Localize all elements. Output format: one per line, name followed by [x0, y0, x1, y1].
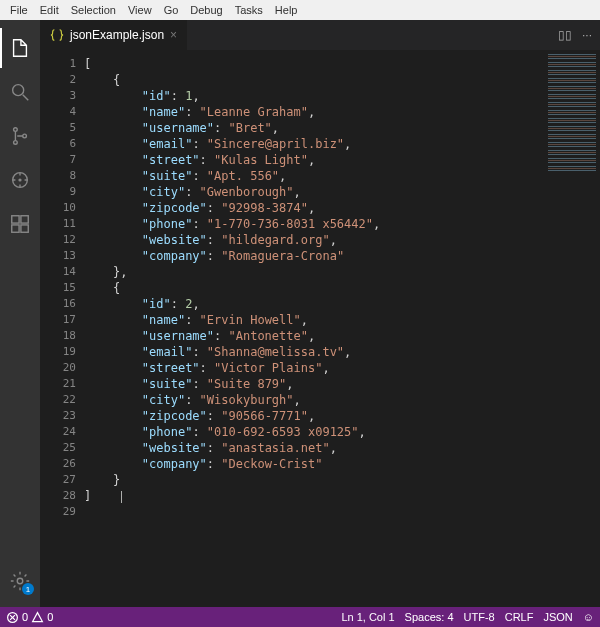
svg-rect-7	[21, 216, 28, 223]
svg-rect-9	[21, 225, 28, 232]
svg-rect-6	[12, 216, 19, 223]
code-content[interactable]: [ { "id": 1, "name": "Leanne Graham", "u…	[84, 50, 544, 607]
editor-area: jsonExample.json × ▯▯ ··· 12345678910111…	[40, 20, 600, 607]
menu-edit[interactable]: Edit	[34, 4, 65, 16]
tab-jsonexample[interactable]: jsonExample.json ×	[40, 20, 187, 50]
tab-actions: ▯▯ ···	[550, 20, 600, 50]
svg-point-3	[23, 134, 27, 138]
debug-icon[interactable]	[0, 160, 40, 200]
svg-point-10	[17, 578, 23, 584]
source-control-icon[interactable]	[0, 116, 40, 156]
status-language[interactable]: JSON	[543, 611, 572, 623]
line-number-gutter: 1234567891011121314151617181920212223242…	[40, 50, 84, 607]
svg-point-1	[14, 128, 18, 132]
menu-view[interactable]: View	[122, 4, 158, 16]
menu-help[interactable]: Help	[269, 4, 304, 16]
minimap-thumb	[548, 54, 596, 174]
search-icon[interactable]	[0, 72, 40, 112]
main-area: 1 jsonExample.json × ▯▯ ··· 123456789101…	[0, 20, 600, 607]
error-icon	[6, 611, 19, 624]
extensions-icon[interactable]	[0, 204, 40, 244]
split-editor-icon[interactable]: ▯▯	[558, 28, 572, 42]
menu-go[interactable]: Go	[158, 4, 185, 16]
code-editor[interactable]: 1234567891011121314151617181920212223242…	[40, 50, 600, 607]
tab-label: jsonExample.json	[70, 28, 164, 42]
menubar: FileEditSelectionViewGoDebugTasksHelp	[0, 0, 600, 20]
svg-point-5	[19, 179, 21, 181]
menu-file[interactable]: File	[4, 4, 34, 16]
status-bar: 0 0 Ln 1, Col 1 Spaces: 4 UTF-8 CRLF JSO…	[0, 607, 600, 627]
status-problems[interactable]: 0 0	[6, 611, 53, 624]
settings-badge: 1	[22, 583, 34, 595]
tab-bar: jsonExample.json × ▯▯ ···	[40, 20, 600, 50]
status-indentation[interactable]: Spaces: 4	[405, 611, 454, 623]
feedback-icon[interactable]: ☺	[583, 611, 594, 623]
menu-debug[interactable]: Debug	[184, 4, 228, 16]
explorer-icon[interactable]	[0, 28, 40, 68]
svg-point-0	[13, 85, 24, 96]
status-encoding[interactable]: UTF-8	[464, 611, 495, 623]
json-file-icon	[50, 28, 64, 42]
warning-icon	[31, 611, 44, 624]
menu-selection[interactable]: Selection	[65, 4, 122, 16]
svg-rect-8	[12, 225, 19, 232]
svg-point-2	[14, 141, 18, 145]
activity-bar: 1	[0, 20, 40, 607]
settings-icon[interactable]: 1	[0, 561, 40, 601]
more-actions-icon[interactable]: ···	[582, 28, 592, 42]
status-eol[interactable]: CRLF	[505, 611, 534, 623]
minimap[interactable]	[544, 50, 600, 607]
menu-tasks[interactable]: Tasks	[229, 4, 269, 16]
status-cursor-position[interactable]: Ln 1, Col 1	[341, 611, 394, 623]
close-icon[interactable]: ×	[170, 28, 177, 42]
